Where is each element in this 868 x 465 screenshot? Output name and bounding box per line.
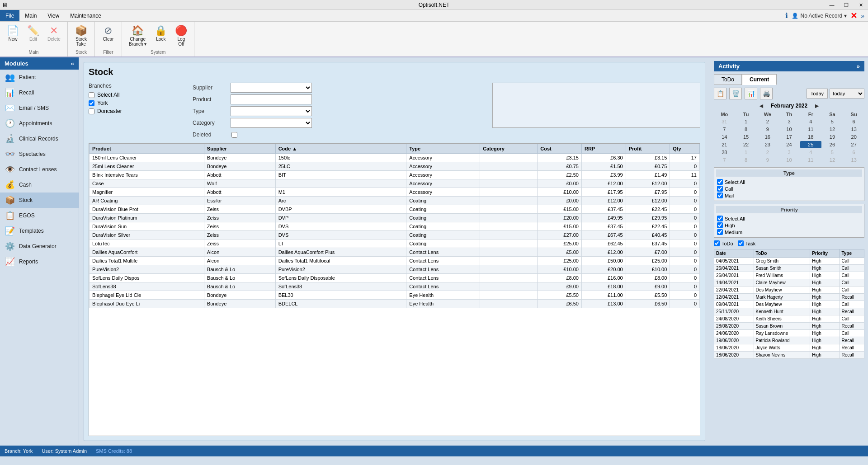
cal-day[interactable]: 18: [800, 133, 821, 141]
stock-take-button[interactable]: 📦 StockTake: [72, 23, 90, 49]
no-active-expand-icon[interactable]: »: [861, 12, 864, 19]
table-row[interactable]: Dailies AquaComfort Alcon Dailies AquaCo…: [90, 248, 700, 257]
maximize-button[interactable]: ❐: [839, 0, 854, 10]
activity-row[interactable]: 24/06/2020 Ray Lansdowne High Call: [714, 330, 864, 337]
sidebar-collapse-icon[interactable]: «: [71, 60, 74, 67]
activity-table-area[interactable]: Date ToDo Priority Type 04/05/2021 Greg …: [714, 249, 864, 442]
sidebar-item-templates[interactable]: 📝 Templates: [0, 223, 79, 239]
doncaster-checkbox[interactable]: [89, 108, 94, 114]
cal-day[interactable]: 2: [757, 149, 778, 156]
help-icon[interactable]: ℹ: [785, 11, 788, 20]
act-copy-button[interactable]: 📋: [714, 88, 726, 99]
cal-day[interactable]: 9: [757, 126, 778, 133]
type-select[interactable]: [231, 106, 312, 116]
table-row[interactable]: Blink Intensive Tears Abbott BIT Accesso…: [90, 171, 700, 179]
priority-medium-checkbox[interactable]: [717, 229, 723, 235]
table-row[interactable]: SofLens38 Bausch & Lo SofLens38 Contact …: [90, 282, 700, 291]
cal-next-button[interactable]: ►: [812, 102, 822, 109]
activity-row[interactable]: 19/06/2020 Patricia Rowland High Recall: [714, 337, 864, 344]
select-all-checkbox[interactable]: [89, 92, 94, 98]
col-cost[interactable]: Cost: [538, 144, 582, 154]
menu-main[interactable]: Main: [19, 10, 42, 21]
activity-row[interactable]: 26/04/2021 Susan Smith High Call: [714, 265, 864, 272]
cal-today[interactable]: 25: [800, 141, 821, 148]
sidebar-item-email-sms[interactable]: ✉️ Email / SMS: [0, 100, 79, 116]
cal-day[interactable]: 3: [778, 118, 800, 125]
table-row[interactable]: Blephasol Duo Eye Li Bondeye BDELCL Eye …: [90, 300, 700, 308]
product-input[interactable]: [231, 94, 312, 104]
col-supplier[interactable]: Supplier: [204, 144, 275, 154]
change-branch-button[interactable]: 🏠 ChangeBranch ▾: [126, 23, 150, 49]
table-row[interactable]: Blephagel Eye Lid Cle Bondeye BEL30 Eye …: [90, 291, 700, 300]
cal-day[interactable]: 24: [778, 141, 800, 148]
sidebar-item-appointments[interactable]: 🕐 Appointments: [0, 116, 79, 131]
col-category[interactable]: Category: [480, 144, 538, 154]
menu-view[interactable]: View: [42, 10, 65, 21]
act-col-todo[interactable]: ToDo: [754, 249, 810, 258]
activity-row[interactable]: 14/04/2021 Claire Mayhew High Call: [714, 279, 864, 287]
type-mail-checkbox[interactable]: [717, 193, 723, 198]
table-row[interactable]: DuraVision Silver Zeiss DVS Coating £27.…: [90, 231, 700, 240]
logoff-button[interactable]: 🔴 LogOff: [172, 23, 190, 49]
type-call-checkbox[interactable]: [717, 186, 723, 192]
activity-row[interactable]: 26/04/2021 Fred Williams High Call: [714, 272, 864, 279]
activity-row[interactable]: 18/06/2020 Sharon Nevins High Recall: [714, 352, 864, 359]
table-row[interactable]: 25ml Lens Cleaner Bondeye 25LC Accessory…: [90, 162, 700, 171]
sidebar-item-clinical[interactable]: 🔬 Clinical Records: [0, 131, 79, 146]
lock-button[interactable]: 🔒 Lock: [151, 23, 170, 44]
cal-day[interactable]: 22: [736, 141, 757, 148]
stock-table-container[interactable]: Product Supplier Code ▲ Type Category Co…: [89, 143, 700, 436]
cal-day[interactable]: 10: [778, 156, 800, 164]
cal-day[interactable]: 16: [757, 133, 778, 141]
delete-button[interactable]: ✕ Delete: [44, 23, 64, 44]
cal-day[interactable]: 14: [714, 133, 735, 141]
clear-button[interactable]: ⊘ Clear: [99, 23, 117, 44]
act-col-date[interactable]: Date: [714, 249, 754, 258]
activity-row[interactable]: 22/04/2021 Des Mayhew High Call: [714, 287, 864, 294]
today-button[interactable]: Today: [807, 89, 828, 99]
table-row[interactable]: SofLens Daily Dispos Bausch & Lo SofLens…: [90, 274, 700, 282]
deleted-checkbox[interactable]: [231, 132, 237, 138]
table-row[interactable]: Case Wolf Accessory £0.00 £12.00 £12.00 …: [90, 179, 700, 188]
table-row[interactable]: Dailies Total1 Multifc Alcon Dailies Tot…: [90, 257, 700, 265]
activity-row[interactable]: 28/08/2020 Susan Brown High Recall: [714, 323, 864, 330]
cal-day[interactable]: 6: [843, 118, 864, 125]
cal-day[interactable]: 26: [822, 141, 843, 148]
table-row[interactable]: AR Coating Essilor Arc Coating £0.00 £12…: [90, 197, 700, 205]
cal-prev-button[interactable]: ◄: [756, 102, 766, 109]
activity-row[interactable]: 18/06/2020 Joyce Watts High Recall: [714, 344, 864, 352]
tab-current[interactable]: Current: [742, 74, 777, 85]
cal-day[interactable]: 13: [843, 156, 864, 164]
sidebar-item-reports[interactable]: 📈 Reports: [0, 254, 79, 269]
edit-button[interactable]: ✏️ Edit: [24, 23, 42, 44]
menu-maintenance[interactable]: Maintenance: [65, 10, 107, 21]
new-button[interactable]: 📄 New: [4, 23, 22, 44]
cal-day[interactable]: 28: [714, 149, 735, 156]
category-select[interactable]: [231, 118, 312, 128]
sidebar-item-recall[interactable]: 📊 Recall: [0, 85, 79, 100]
sidebar-item-egos[interactable]: 📋 EGOS: [0, 208, 79, 223]
cal-day[interactable]: 17: [778, 133, 800, 141]
cal-day[interactable]: 21: [714, 141, 735, 148]
sidebar-item-data-generator[interactable]: ⚙️ Data Generator: [0, 239, 79, 254]
activity-row[interactable]: 09/04/2021 Des Mayhew High Call: [714, 301, 864, 308]
today-dropdown[interactable]: Today This Week This Month: [830, 89, 864, 99]
york-checkbox[interactable]: [89, 100, 94, 106]
table-row[interactable]: DuraVision Sun Zeiss DVS Coating £15.00 …: [90, 222, 700, 231]
no-active-record[interactable]: 👤 No Active Record ▾: [792, 13, 847, 19]
table-row[interactable]: LotuTec Zeiss LT Coating £25.00 £62.45 £…: [90, 240, 700, 248]
cal-day[interactable]: 11: [800, 156, 821, 164]
table-row[interactable]: DuraVision Platinum Zeiss DVP Coating £2…: [90, 214, 700, 222]
table-row[interactable]: DuraVision Blue Prot Zeiss DVBP Coating …: [90, 205, 700, 214]
table-row[interactable]: PureVision2 Bausch & Lo PureVision2 Cont…: [90, 265, 700, 274]
type-select-all-checkbox[interactable]: [717, 179, 723, 185]
cal-day[interactable]: 31: [714, 118, 735, 125]
sidebar-item-contact-lenses[interactable]: 👁️ Contact Lenses: [0, 162, 79, 177]
tab-todo[interactable]: ToDo: [714, 74, 742, 85]
cal-day[interactable]: 12: [822, 156, 843, 164]
menu-file[interactable]: File: [0, 10, 19, 21]
sidebar-item-spectacles[interactable]: 👓 Spectacles: [0, 146, 79, 162]
col-product[interactable]: Product: [90, 144, 204, 154]
cal-day[interactable]: 4: [800, 149, 821, 156]
cal-day[interactable]: 11: [800, 126, 821, 133]
